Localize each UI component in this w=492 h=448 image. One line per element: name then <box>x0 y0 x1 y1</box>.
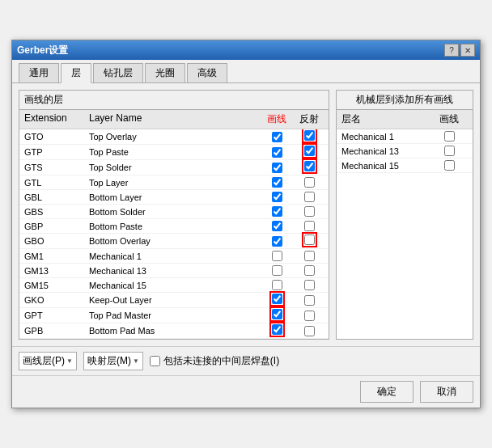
reflect-cell <box>293 192 325 202</box>
close-button[interactable]: ✕ <box>460 44 475 57</box>
draw-checkbox[interactable] <box>272 294 282 304</box>
draw-checkbox[interactable] <box>272 206 282 217</box>
tab-aperture[interactable]: 光圈 <box>145 63 185 82</box>
draw-checkbox[interactable] <box>272 309 282 319</box>
draw-cell <box>261 221 293 231</box>
right-draw-checkbox[interactable] <box>444 131 455 142</box>
row-ext: GM13 <box>23 266 87 276</box>
row-name: Bottom Solder <box>87 207 261 217</box>
tab-layer[interactable]: 层 <box>61 63 91 83</box>
row-name: Top Solder <box>87 163 261 172</box>
help-button[interactable]: ? <box>444 44 459 57</box>
row-ext: GBO <box>23 236 87 246</box>
right-table-header: 层名 画线 <box>337 110 473 129</box>
reflect-checkbox[interactable] <box>304 146 315 156</box>
draw-checkbox[interactable] <box>272 236 282 247</box>
reflect-cell <box>293 326 325 336</box>
reflect-cell <box>293 235 325 247</box>
reflect-cell <box>293 161 325 174</box>
draw-layer-label: 画线层(P) <box>23 354 65 368</box>
draw-checkbox[interactable] <box>272 177 282 188</box>
action-bar: 确定 取消 <box>12 375 480 408</box>
draw-cell <box>261 280 293 290</box>
draw-checkbox[interactable] <box>272 280 282 290</box>
table-row: GM1 Mechanical 1 <box>19 249 329 264</box>
ok-button[interactable]: 确定 <box>360 381 414 403</box>
draw-checkbox[interactable] <box>272 265 282 276</box>
right-panel-title: 机械层到添加所有画线 <box>337 91 473 110</box>
title-bar-controls: ? ✕ <box>444 44 475 57</box>
reflect-checkbox[interactable] <box>304 326 315 336</box>
window-title: Gerber设置 <box>17 44 68 57</box>
reflect-cell <box>293 280 325 290</box>
draw-checkbox[interactable] <box>272 192 282 202</box>
row-name: Bottom Overlay <box>87 236 261 246</box>
reflect-checkbox[interactable] <box>304 130 315 141</box>
include-checkbox[interactable] <box>150 356 160 366</box>
draw-checkbox[interactable] <box>272 221 282 231</box>
row-ext: GPT <box>23 311 87 320</box>
table-row: GBS Bottom Solder <box>19 205 329 219</box>
reflect-cell <box>293 311 325 321</box>
reflect-cell <box>293 295 325 306</box>
draw-checkbox[interactable] <box>272 163 282 173</box>
table-row: GM15 Mechanical 15 <box>19 278 329 293</box>
reflect-checkbox[interactable] <box>304 177 315 188</box>
include-checkbox-label[interactable]: 包括未连接的中间层焊盘(I) <box>150 354 279 368</box>
table-row: GTS Top Solder <box>19 160 329 175</box>
reflect-checkbox[interactable] <box>304 295 315 306</box>
right-row-name: Mechanical 15 <box>340 161 429 171</box>
reflect-checkbox[interactable] <box>304 161 315 171</box>
header-layer-name: Layer Name <box>87 112 261 127</box>
main-content: 画线的层 Extension Layer Name 画线 反射 GTO Top … <box>12 83 480 346</box>
row-ext: GTS <box>23 163 87 172</box>
table-header: Extension Layer Name 画线 反射 <box>19 110 329 129</box>
tab-advanced[interactable]: 高级 <box>187 63 227 82</box>
row-name: Keep-Out Layer <box>87 295 261 305</box>
reflect-checkbox[interactable] <box>304 265 315 276</box>
draw-cell <box>261 192 293 202</box>
reflect-checkbox[interactable] <box>304 221 315 231</box>
main-window: Gerber设置 ? ✕ 通用 层 钻孔层 光圈 高级 画线的层 Extensi… <box>11 40 481 408</box>
draw-checkbox[interactable] <box>272 251 282 261</box>
tab-bar: 通用 层 钻孔层 光圈 高级 <box>12 60 480 83</box>
right-row-name: Mechanical 1 <box>340 132 429 142</box>
title-bar-left: Gerber设置 <box>17 44 68 57</box>
reflect-checkbox[interactable] <box>304 311 315 321</box>
draw-checkbox[interactable] <box>272 147 282 158</box>
draw-layer-dropdown[interactable]: 画线层(P) ▼ <box>19 352 77 370</box>
reflect-checkbox[interactable] <box>304 251 315 261</box>
draw-cell <box>261 251 293 261</box>
header-draw: 画线 <box>261 112 293 127</box>
row-name: Bottom Paste <box>87 222 261 231</box>
reflect-checkbox[interactable] <box>304 206 315 217</box>
table-body: GTO Top Overlay GTP Top Paste <box>19 129 329 339</box>
left-panel: 画线的层 Extension Layer Name 画线 反射 GTO Top … <box>19 90 329 340</box>
draw-cell <box>261 132 293 142</box>
cancel-button[interactable]: 取消 <box>420 381 473 403</box>
tab-drill[interactable]: 钻孔层 <box>93 63 143 82</box>
row-ext: GBP <box>23 222 87 231</box>
include-label-text: 包括未连接的中间层焊盘(I) <box>163 354 279 368</box>
row-name: Mechanical 13 <box>87 266 261 276</box>
draw-layer-arrow: ▼ <box>66 357 73 365</box>
reflect-cell <box>293 221 325 231</box>
draw-checkbox[interactable] <box>272 324 282 335</box>
table-row: GKO Keep-Out Layer <box>19 293 329 308</box>
right-header-draw: 画线 <box>429 112 469 127</box>
reflect-cell <box>293 206 325 217</box>
reflect-cell <box>293 251 325 261</box>
draw-cell <box>261 147 293 158</box>
map-layer-dropdown[interactable]: 映射层(M) ▼ <box>83 352 143 370</box>
right-row-name: Mechanical 13 <box>340 146 429 156</box>
row-ext: GKO <box>23 295 87 305</box>
draw-checkbox[interactable] <box>272 132 282 142</box>
reflect-checkbox[interactable] <box>304 235 315 245</box>
right-draw-checkbox[interactable] <box>444 146 455 156</box>
right-draw-checkbox[interactable] <box>444 160 455 171</box>
reflect-checkbox[interactable] <box>304 192 315 202</box>
table-row: GBO Bottom Overlay <box>19 234 329 249</box>
tab-general[interactable]: 通用 <box>19 63 59 82</box>
reflect-checkbox[interactable] <box>304 280 315 290</box>
header-reflect: 反射 <box>293 112 325 127</box>
